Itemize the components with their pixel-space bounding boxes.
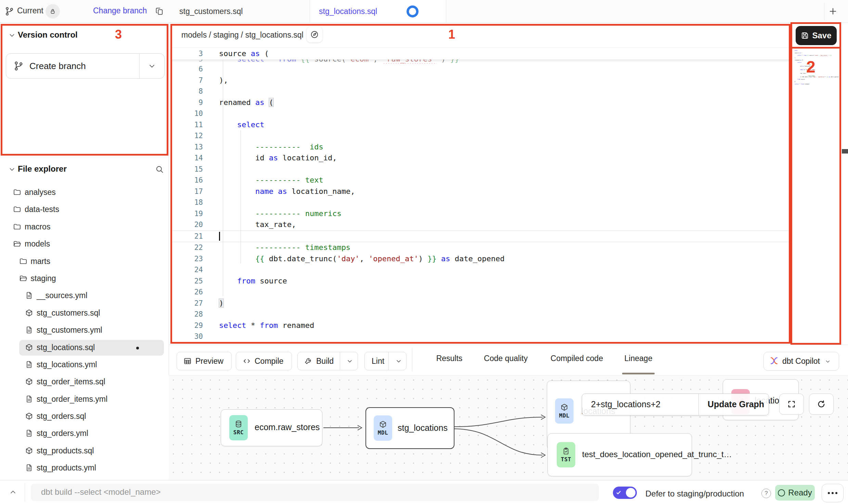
file-icon [25,464,33,472]
tab-stg-customers[interactable]: stg_customers.sql [169,0,310,23]
code-line: 28 [170,309,791,320]
code-line: 15 [170,164,791,175]
file-item[interactable]: stg_locations.yml [0,356,169,373]
compile-button[interactable]: Compile [236,352,292,370]
lineage-canvas[interactable]: SRC ecom.raw_stores MDL stg_locations MD… [169,375,848,480]
search-icon[interactable] [155,164,164,174]
active-tab-underline [622,373,655,374]
code-line: 22 ---------- timestamps [170,242,791,253]
lint-button[interactable]: Lint [364,352,407,370]
code-line: 20 tax_rate, [170,219,791,230]
copy-icon[interactable] [155,6,164,16]
scrollbar-handle[interactable] [842,149,848,154]
defer-label: Defer to staging/production [645,489,744,499]
tab-code-quality[interactable]: Code quality [478,354,533,363]
file-item[interactable]: data-tests [0,201,169,218]
create-branch-button[interactable]: Create branch [6,53,165,79]
change-branch-link[interactable]: Change branch [93,6,147,15]
help-icon[interactable]: ? [761,489,771,498]
table-icon [183,357,192,366]
file-item[interactable]: models [0,236,169,253]
code-line: 26 [170,287,791,298]
chevron-down-icon[interactable] [148,62,156,70]
fullscreen-button[interactable] [779,394,804,415]
test-badge: TST [557,442,575,467]
code-editor[interactable]: 67),89renamed as (1011 select1213 ------… [170,64,791,342]
code-line: 7), [170,75,791,86]
defer-toggle[interactable] [613,487,637,499]
tab-results[interactable]: Results [434,354,465,363]
file-item[interactable]: stg_order_items.sql [0,373,169,390]
folder-icon [13,188,21,196]
file-item[interactable]: stg_products.sql [0,442,169,460]
file-item[interactable]: stg_locations.sql [0,339,169,356]
git-branch-icon [5,6,14,16]
more-options-button[interactable] [822,484,844,502]
current-branch-label: Current [17,6,43,15]
annotation-label-1: 1 [448,27,455,42]
annotation-label-3: 3 [115,27,122,42]
file-icon [25,395,33,403]
status-badge[interactable]: Ready [775,485,815,501]
copilot-compass-button[interactable] [307,27,322,42]
sticky-code-line: 3source as ( [170,48,791,59]
chevron-up-icon[interactable] [8,487,18,497]
file-item[interactable]: marts [0,253,169,270]
file-item[interactable]: macros [0,218,169,236]
indent-guide [241,130,241,264]
model-icon [25,447,33,455]
chevron-down-icon[interactable] [8,31,16,39]
modified-dot [136,347,139,349]
save-button[interactable]: Save [796,26,837,45]
folder-icon [19,257,27,265]
lineage-node-test[interactable]: TST test_does_location_opened_at_trunc_t… [548,433,692,476]
file-item[interactable]: stg_customers.yml [0,322,169,339]
file-explorer-list[interactable]: analysesdata-testsmacrosmodelsmartsstagi… [0,184,169,477]
build-button[interactable]: Build [297,352,358,370]
annotation-label-2: 2 [806,57,815,76]
source-badge: SRC [229,415,248,440]
chevron-down-icon [825,358,831,364]
lineage-node-source[interactable]: SRC ecom.raw_stores [221,409,322,446]
new-tab-button[interactable] [828,6,838,16]
code-line: 13 ---------- ids [170,142,791,153]
update-graph-button[interactable]: Update Graph [704,399,768,409]
file-icon [25,291,33,300]
code-line: 12 [170,130,791,142]
top-bar: Current Change branch stg_customers.sql … [0,0,848,23]
code-line: 17 name as location_name, [170,186,791,197]
tab-stg-locations[interactable]: stg_locations.sql [310,0,446,23]
status-ring-icon [778,489,785,496]
dbt-copilot-button[interactable]: dbt Copilot [763,352,839,371]
file-item[interactable]: __sources.yml [0,287,169,304]
model-badge: MDL [374,415,392,441]
branch-locked-badge [46,4,60,18]
folder-icon [13,205,21,213]
code-line: 21 [170,230,791,242]
tab-compiled-code[interactable]: Compiled code [547,354,607,363]
refresh-button[interactable] [809,394,834,415]
model-icon [25,377,33,386]
chevron-down-icon[interactable] [346,358,353,364]
file-item[interactable]: stg_customers.sql [0,305,169,322]
file-item[interactable]: stg_orders.sql [0,408,169,425]
code-line: 16 ---------- text [170,175,791,186]
file-item[interactable]: stg_order_items.yml [0,391,169,408]
file-item[interactable]: stg_orders.yml [0,425,169,442]
lineage-filter-bar[interactable]: 2+stg_locations+2 Update Graph [582,394,769,415]
tab-lineage[interactable]: Lineage [622,354,655,363]
chevron-down-icon[interactable] [395,358,402,364]
unsaved-dot [407,5,419,17]
create-branch-label: Create branch [29,61,86,71]
folder-open-icon [13,240,21,248]
file-item[interactable]: stg_products.yml [0,460,169,477]
file-item[interactable]: staging [0,270,169,287]
minimap[interactable]: with source as ( select * from {{ source… [795,50,838,86]
preview-button[interactable]: Preview [177,352,232,370]
lineage-filter-input[interactable]: 2+stg_locations+2 [591,399,660,409]
chevron-down-icon[interactable] [8,165,16,173]
breadcrumb: models / staging / stg_locations.sql [181,30,304,40]
file-item[interactable]: analyses [0,184,169,201]
version-control-title: Version control [18,30,78,40]
lineage-node-stg-locations[interactable]: MDL stg_locations [365,407,454,449]
